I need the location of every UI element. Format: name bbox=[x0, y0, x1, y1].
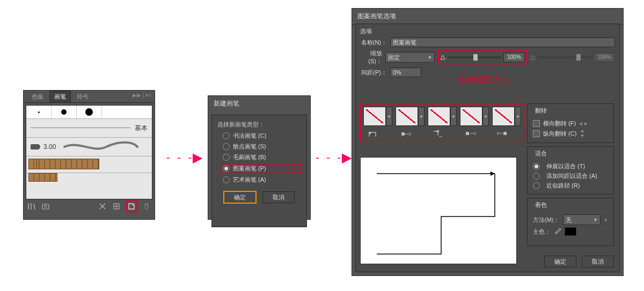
eyedropper-icon[interactable] bbox=[554, 228, 561, 235]
brush-row-pattern[interactable] bbox=[26, 156, 152, 173]
options-section-label: 选项 bbox=[360, 27, 619, 35]
tab-brushes[interactable]: 画笔 bbox=[49, 91, 71, 102]
scale-slider-b[interactable]: 100% bbox=[530, 53, 615, 62]
flow-arrow-1: - - -▶ bbox=[166, 150, 204, 165]
name-label: 名称(N)： bbox=[360, 39, 387, 47]
pattern-brush-options-dialog: 图案画笔选项 选项 名称(N)： 缩放(S)： 固定▼ 100% 100% bbox=[352, 8, 624, 276]
options-icon[interactable] bbox=[112, 202, 121, 211]
method-select[interactable]: 无▼ bbox=[563, 214, 601, 225]
ok-button[interactable]: 确定 bbox=[544, 256, 576, 267]
svg-rect-0 bbox=[42, 204, 49, 209]
cancel-button[interactable]: 取消 bbox=[582, 256, 614, 267]
svg-point-1 bbox=[45, 205, 47, 207]
scale-slider-a[interactable]: 100% bbox=[440, 53, 525, 62]
pattern-tiles: ▾ ▾ ▾ ▾ ▾ bbox=[360, 103, 524, 142]
basic-label: 基本 bbox=[135, 124, 148, 133]
brush-dot-2[interactable] bbox=[52, 106, 77, 118]
radio-calligraphic[interactable]: 书法画笔 (C) bbox=[223, 132, 301, 140]
tile-outer-corner[interactable] bbox=[363, 107, 386, 126]
spacing-label: 间距(P)： bbox=[360, 69, 387, 77]
brush-preview bbox=[360, 157, 517, 264]
svg-rect-3 bbox=[369, 132, 371, 134]
outer-corner-icon bbox=[363, 128, 385, 139]
flip-vertical-checkbox[interactable]: 纵向翻转 (C) bbox=[533, 129, 608, 138]
brush-list: 基本 3.00 bbox=[26, 105, 152, 199]
flow-arrow-2: - - -▶ bbox=[316, 150, 354, 165]
stroke-preview bbox=[63, 140, 138, 153]
tile-side[interactable] bbox=[396, 107, 418, 126]
panel-menu-icon[interactable]: ▶▶ | ▾≡ bbox=[133, 92, 151, 98]
brush-row-basic[interactable]: 基本 bbox=[26, 119, 152, 138]
scale-mode-select[interactable]: 固定▼ bbox=[385, 52, 435, 63]
pen-pressure-icon bbox=[440, 55, 445, 60]
annotation-text: 调整图案大小 bbox=[458, 74, 509, 86]
keycolor-label: 主色： bbox=[533, 228, 551, 236]
fit-title: 适合 bbox=[533, 150, 549, 158]
cancel-button[interactable]: 取消 bbox=[262, 191, 295, 203]
keycolor-swatch[interactable] bbox=[565, 227, 576, 236]
remove-stroke-icon[interactable] bbox=[98, 202, 107, 211]
ok-button[interactable]: 确定 bbox=[224, 191, 256, 203]
tab-swatches[interactable]: 色板 bbox=[27, 91, 48, 102]
spacing-field[interactable] bbox=[390, 68, 421, 77]
brush-dot-1[interactable] bbox=[26, 106, 52, 118]
delete-brush-icon[interactable] bbox=[142, 202, 151, 211]
dialog-title: 新建画笔 bbox=[208, 96, 310, 111]
tile-start[interactable] bbox=[460, 107, 482, 126]
color-title: 着色 bbox=[533, 201, 549, 209]
brush-row-stroke[interactable]: 3.00 bbox=[26, 138, 152, 156]
prompt-label: 选择新画笔类型： bbox=[217, 121, 301, 129]
flip-title: 翻转 bbox=[533, 107, 549, 115]
pattern-tail bbox=[28, 173, 57, 182]
dialog-title: 图案画笔选项 bbox=[352, 9, 623, 25]
pen-pressure-icon bbox=[530, 55, 536, 60]
name-field[interactable] bbox=[390, 38, 615, 47]
tile-end[interactable] bbox=[492, 107, 515, 126]
end-tile-icon bbox=[492, 128, 514, 139]
inner-corner-icon bbox=[428, 128, 449, 139]
svg-rect-7 bbox=[503, 132, 507, 135]
radio-bristle[interactable]: 毛刷画笔 (B) bbox=[223, 153, 301, 161]
flip-group: 翻转 横向翻转 (F) 纵向翻转 (C) bbox=[527, 103, 614, 143]
tile-dropdown-icon[interactable]: ▾ bbox=[418, 107, 425, 126]
flip-horizontal-checkbox[interactable]: 横向翻转 (F) bbox=[533, 120, 608, 128]
tip-icon[interactable]: ♀ bbox=[604, 217, 608, 223]
svg-rect-5 bbox=[437, 130, 439, 132]
colorization-group: 着色 方法(M)： 无▼ ♀ 主色： bbox=[527, 198, 614, 246]
nib-icon bbox=[31, 144, 40, 150]
brush-dot-3[interactable] bbox=[77, 106, 102, 118]
flip-v-icon bbox=[580, 129, 585, 138]
new-brush-dialog: 新建画笔 选择新画笔类型： 书法画笔 (C) 散点画笔 (S) 毛刷画笔 (B)… bbox=[208, 95, 311, 220]
start-tile-icon bbox=[460, 128, 481, 139]
libraries-icon[interactable] bbox=[27, 202, 36, 211]
tile-dropdown-icon[interactable]: ▾ bbox=[386, 107, 392, 126]
fit-approx-radio[interactable]: 近似路径 (R) bbox=[533, 182, 608, 190]
radio-pattern[interactable]: 图案画笔 (P) bbox=[222, 164, 301, 173]
brushes-panel: 色板 画笔 符号 ▶▶ | ▾≡ 基本 3.00 bbox=[23, 90, 155, 220]
method-label: 方法(M)： bbox=[533, 216, 560, 224]
scale-pct-b: 100% bbox=[594, 53, 615, 62]
tab-symbols[interactable]: 符号 bbox=[72, 91, 93, 102]
brush-libraries-menu-icon[interactable] bbox=[41, 202, 50, 211]
fit-stretch-radio[interactable]: 伸展以适合 (T) bbox=[533, 162, 608, 170]
fit-addspace-radio[interactable]: 添加间距以适合 (A) bbox=[533, 172, 608, 180]
radio-art[interactable]: 艺术画笔 (A) bbox=[223, 176, 301, 184]
scale-label: 缩放(S)： bbox=[360, 49, 382, 65]
svg-rect-6 bbox=[466, 132, 469, 135]
scale-pct-a[interactable]: 100% bbox=[503, 53, 525, 62]
tile-dropdown-icon[interactable]: ▾ bbox=[515, 107, 521, 126]
tile-inner-corner[interactable] bbox=[428, 107, 450, 126]
stroke-value: 3.00 bbox=[43, 143, 56, 151]
new-brush-icon[interactable] bbox=[126, 200, 137, 212]
svg-rect-4 bbox=[401, 132, 405, 136]
panel-tabs: 色板 画笔 符号 ▶▶ | ▾≡ bbox=[24, 91, 155, 103]
fit-group: 适合 伸展以适合 (T) 添加间距以适合 (A) 近似路径 (R) bbox=[527, 146, 614, 195]
tile-dropdown-icon[interactable]: ▾ bbox=[450, 107, 457, 126]
flip-h-icon bbox=[579, 121, 588, 126]
brush-toolbar bbox=[24, 199, 155, 213]
tile-dropdown-icon[interactable]: ▾ bbox=[482, 107, 489, 126]
side-tile-icon bbox=[396, 128, 417, 139]
radio-scatter[interactable]: 散点画笔 (S) bbox=[223, 143, 301, 151]
